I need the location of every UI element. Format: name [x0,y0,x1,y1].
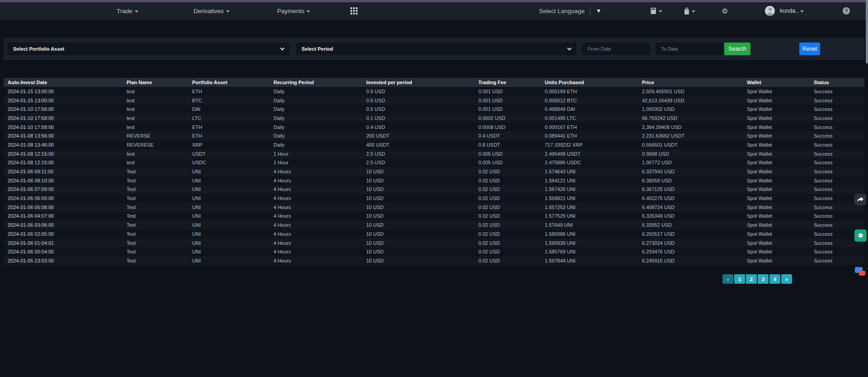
cell: XRP [192,140,274,149]
page-button-3[interactable]: 3 [758,274,769,284]
cell: 10 USD [366,176,478,185]
username-label: kunda.. [780,8,798,14]
app-screen: Trade Derivatives Payments Select Langua… [0,0,868,377]
cell: Spot Wallet [747,239,814,248]
cell: 0.4 USD [366,123,478,132]
cell: 2024-01-10 17:58:00 [4,114,127,123]
cell: UNI [192,247,274,256]
cell: 4 Hours [274,194,366,203]
cell: 2.475886 USDC [545,158,642,167]
cell: Spot Wallet [747,96,814,105]
cell: 6.273024 USD [642,239,747,248]
cell: 2024-01-08 12:15:00 [4,158,127,167]
cell: Spot Wallet [747,87,814,96]
nav-menu-derivatives-label: Derivatives [193,8,224,14]
cell: Success [814,176,864,185]
reset-button[interactable]: Reset [799,43,820,55]
table-header-row: Auto-Invest DatePlan NamePortfolio Asset… [4,78,864,87]
top-navbar: Trade Derivatives Payments Select Langua… [0,2,868,19]
cell: Spot Wallet [747,185,814,194]
cell: 6.245915 USD [642,256,747,265]
from-date-input[interactable]: From Date [582,43,650,55]
cell: Daily [274,131,366,140]
table-row: 2024-01-06 09:11:00TestUNI4 Hours10 USD0… [4,167,864,176]
cell: Test [127,220,192,229]
cell: USDC [192,158,274,167]
cell: Test [127,176,192,185]
cell: UNI [192,194,274,203]
cell: 10 USD [366,239,478,248]
auto-invest-history-table: Auto-Invest DatePlan NamePortfolio Asset… [4,78,864,265]
table-row: 2024-01-08 12:15:00testUSDT1 Hour2.5 USD… [4,149,864,158]
cell: 10 USD [366,212,478,221]
cell: 0.000012 BTC [545,96,642,105]
assistant-widget-button[interactable]: ✱ [854,229,867,242]
nav-menu-payments[interactable]: Payments [277,2,310,19]
cell: 0.02 USD [478,167,545,176]
table-row: 2024-01-08 13:46:00REVERESEXRPDaily400 U… [4,140,864,149]
cell: Success [814,158,864,167]
share-widget-button[interactable] [854,194,866,205]
user-menu[interactable]: kunda.. [765,2,804,19]
page-button-1[interactable]: 1 [734,274,745,284]
cell: 10 USD [366,256,478,265]
cell: 6.402275 USD [642,194,747,203]
help-button[interactable]: ? [843,2,850,19]
cell: Daily [274,123,366,132]
cell: 1.585769 UNI [545,247,642,256]
chat-bubble-icon [859,271,865,276]
pagination-prev-button[interactable]: « [722,274,733,284]
page-button-2[interactable]: 2 [746,274,757,284]
cell: 2024-01-05 23:03:00 [4,256,127,265]
settings-button[interactable]: ⚙ [722,2,728,19]
column-header: Recurring Period [274,78,366,87]
cell: 4 Hours [274,239,366,248]
portfolio-asset-select[interactable]: Select Portfolio Asset [8,43,289,55]
cell: Success [814,131,864,140]
language-selector[interactable]: Select Language ▼ [539,2,601,19]
cell: Test [127,167,192,176]
cell: Spot Wallet [747,247,814,256]
column-header: Invested per period [366,78,478,87]
cell: 2024-01-06 08:10:00 [4,176,127,185]
assets-menu[interactable] [684,2,695,19]
cell: USDT [192,149,274,158]
cell: 4 Hours [274,203,366,212]
cell: 2024-01-10 17:58:00 [4,123,127,132]
cell: 0.02 USD [478,212,545,221]
chat-widget-button[interactable] [854,266,867,278]
cell: 10 USD [366,185,478,194]
portfolio-asset-select-value: Select Portfolio Asset [13,46,64,52]
cell: 1.567426 UNI [545,185,642,194]
cell: 2024-01-06 00:04:00 [4,247,127,256]
cell: ETH [192,87,274,96]
cell: Daily [274,140,366,149]
table-row: 2024-01-06 03:06:00TestUNI4 Hours10 USD0… [4,220,864,229]
cell: 400 USDT [366,140,478,149]
period-select[interactable]: Select Period [296,43,576,55]
cell: 0.005 USD [478,158,545,167]
cell: 0.02 USD [478,185,545,194]
cell: UNI [192,212,274,221]
page-button-4[interactable]: 4 [769,274,780,284]
cell: 0.001 USD [478,96,545,105]
cell: 2024-01-06 07:09:00 [4,185,127,194]
cell: test [127,96,192,105]
scrollbar-thumb[interactable] [866,0,868,63]
search-button[interactable]: Search [724,43,750,55]
cell: 0.0002 USD [478,114,545,123]
cell: Success [814,114,864,123]
nav-menu-trade[interactable]: Trade [117,2,138,19]
apps-grid-icon[interactable] [350,7,358,15]
cell: 1.590939 UNI [545,239,642,248]
cell: Success [814,256,864,265]
pagination-next-button[interactable]: » [781,274,792,284]
cell: 0.02 USD [478,194,545,203]
table-row: 2024-01-10 17:58:00testETHDaily0.4 USD0.… [4,123,864,132]
to-date-input[interactable]: To Date [656,43,723,55]
orders-menu[interactable] [650,2,662,19]
cell: UNI [192,167,274,176]
cell: 0.02 USD [478,220,545,229]
column-header: Units Purchased [545,78,642,87]
nav-menu-derivatives[interactable]: Derivatives [193,2,230,19]
